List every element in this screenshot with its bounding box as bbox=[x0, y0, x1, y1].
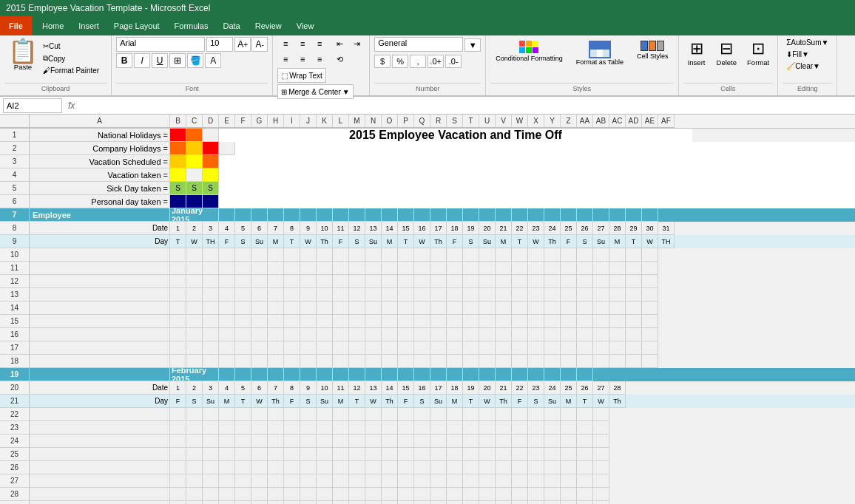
col-header-R[interactable]: R bbox=[430, 115, 447, 128]
currency-button[interactable]: $ bbox=[374, 55, 391, 68]
col-header-Q[interactable]: Q bbox=[414, 115, 430, 128]
wrap-text-button[interactable]: ⬚ Wrap Text bbox=[277, 68, 326, 83]
percent-button[interactable]: % bbox=[392, 55, 408, 68]
col-header-F[interactable]: F bbox=[235, 115, 251, 128]
cell-d6[interactable] bbox=[203, 195, 219, 208]
cell-c5-s[interactable]: S bbox=[186, 182, 203, 195]
cell-c2[interactable] bbox=[186, 142, 203, 155]
cell-b3[interactable] bbox=[170, 155, 186, 168]
italic-button[interactable]: I bbox=[134, 53, 150, 68]
cell-c4[interactable] bbox=[186, 168, 203, 182]
col-header-L[interactable]: L bbox=[333, 115, 349, 128]
cell-c6[interactable] bbox=[186, 195, 203, 208]
cell-day-label-feb[interactable]: Day bbox=[30, 395, 170, 408]
format-as-table-button[interactable]: Format as Table bbox=[571, 37, 629, 69]
cell-d2[interactable] bbox=[203, 142, 219, 155]
col-header-T[interactable]: T bbox=[463, 115, 479, 128]
col-header-H[interactable]: H bbox=[268, 115, 284, 128]
autosum-button[interactable]: Σ AutoSum ▼ bbox=[783, 37, 832, 48]
delete-button[interactable]: ⊟ Delete bbox=[713, 37, 740, 69]
cell-d5-s[interactable]: S bbox=[203, 182, 219, 195]
cell-d4[interactable] bbox=[203, 168, 219, 182]
rotate-text-button[interactable]: ⟲ bbox=[331, 52, 348, 66]
cell-a12[interactable] bbox=[30, 275, 170, 288]
col-header-A[interactable]: A bbox=[30, 115, 170, 128]
font-size-selector[interactable]: 10 bbox=[206, 37, 233, 52]
col-header-AF[interactable]: AF bbox=[658, 115, 675, 128]
cell-employee-label-feb[interactable] bbox=[30, 368, 170, 381]
cell-styles-button[interactable]: Cell Styles bbox=[632, 37, 674, 64]
cell-day-label[interactable]: Day bbox=[30, 235, 170, 248]
number-format-selector[interactable]: General bbox=[374, 37, 463, 52]
align-top-left-button[interactable]: ≡ bbox=[277, 37, 294, 50]
col-header-V[interactable]: V bbox=[496, 115, 512, 128]
cell-b2[interactable] bbox=[170, 142, 186, 155]
format-button[interactable]: ⊡ Format bbox=[743, 37, 773, 69]
cell-b6[interactable] bbox=[170, 195, 186, 208]
align-left-button[interactable]: ≡ bbox=[277, 52, 294, 66]
increase-decimal-button[interactable]: .0+ bbox=[428, 55, 444, 68]
col-header-AC[interactable]: AC bbox=[609, 115, 626, 128]
col-header-J[interactable]: J bbox=[300, 115, 317, 128]
cell-d3[interactable] bbox=[203, 155, 219, 168]
copy-button[interactable]: ⧉ Copy bbox=[39, 52, 103, 64]
formula-input[interactable] bbox=[81, 101, 852, 111]
cell-d1[interactable] bbox=[203, 129, 219, 142]
cut-button[interactable]: ✂ Cut bbox=[39, 41, 103, 52]
col-header-AD[interactable]: AD bbox=[626, 115, 642, 128]
grow-font-button[interactable]: A+ bbox=[234, 37, 251, 52]
cell-date-label-feb[interactable]: Date bbox=[30, 381, 170, 395]
col-header-K[interactable]: K bbox=[317, 115, 333, 128]
menu-data[interactable]: Data bbox=[215, 18, 247, 33]
format-painter-button[interactable]: 🖌 Format Painter bbox=[39, 65, 103, 76]
col-header-AE[interactable]: AE bbox=[642, 115, 658, 128]
decrease-decimal-button[interactable]: .0- bbox=[445, 55, 462, 68]
align-top-center-button[interactable]: ≡ bbox=[294, 37, 311, 50]
cell-a2[interactable]: Company Holidays = bbox=[30, 142, 170, 155]
menu-insert[interactable]: Insert bbox=[71, 18, 107, 33]
cell-date-label[interactable]: Date bbox=[30, 222, 170, 235]
cell-reference[interactable]: AI2 bbox=[3, 98, 62, 113]
menu-page-layout[interactable]: Page Layout bbox=[107, 18, 167, 33]
cell-b5-s[interactable]: S bbox=[170, 182, 186, 195]
col-header-AA[interactable]: AA bbox=[577, 115, 593, 128]
col-header-C[interactable]: C bbox=[186, 115, 203, 128]
font-color-button[interactable]: A bbox=[205, 53, 221, 68]
cell-a1[interactable]: National Holidays = bbox=[30, 129, 170, 142]
file-button[interactable]: File bbox=[0, 16, 32, 35]
col-header-Z[interactable]: Z bbox=[561, 115, 577, 128]
shrink-font-button[interactable]: A- bbox=[251, 37, 268, 52]
cell-a10[interactable] bbox=[30, 248, 170, 262]
underline-button[interactable]: U bbox=[152, 53, 168, 68]
col-header-AB[interactable]: AB bbox=[593, 115, 609, 128]
cell-e2[interactable] bbox=[219, 142, 235, 155]
clear-button[interactable]: 🧹 Clear ▼ bbox=[783, 61, 824, 72]
cell-a11[interactable] bbox=[30, 262, 170, 275]
col-header-D[interactable]: D bbox=[203, 115, 219, 128]
menu-review[interactable]: Review bbox=[248, 18, 289, 33]
col-header-P[interactable]: P bbox=[398, 115, 414, 128]
cell-employee-label[interactable]: Employee bbox=[30, 208, 170, 222]
paste-button[interactable]: 📋 Paste ✂ Cut ⧉ Copy 🖌 bbox=[4, 37, 107, 78]
cell-a3[interactable]: Vacation Scheduled = bbox=[30, 155, 170, 168]
cell-b4[interactable] bbox=[170, 168, 186, 182]
merge-center-button[interactable]: ⊞ Merge & Center ▼ bbox=[277, 84, 354, 99]
fill-color-button[interactable]: 🪣 bbox=[187, 53, 203, 68]
align-top-right-button[interactable]: ≡ bbox=[311, 37, 328, 50]
menu-formulas[interactable]: Formulas bbox=[167, 18, 216, 33]
col-header-E[interactable]: E bbox=[219, 115, 235, 128]
border-button[interactable]: ⊞ bbox=[169, 53, 186, 68]
col-header-I[interactable]: I bbox=[284, 115, 300, 128]
col-header-X[interactable]: X bbox=[528, 115, 544, 128]
number-format-expand[interactable]: ▼ bbox=[464, 38, 481, 52]
menu-view[interactable]: View bbox=[289, 18, 322, 33]
cell-b1[interactable] bbox=[170, 129, 186, 142]
cell-january-label[interactable]: January 2015 bbox=[170, 208, 219, 222]
col-header-O[interactable]: O bbox=[382, 115, 398, 128]
align-right-button[interactable]: ≡ bbox=[311, 52, 328, 66]
menu-home[interactable]: Home bbox=[35, 18, 71, 33]
cell-e1-title[interactable]: 2015 Employee Vacation and Time Off bbox=[219, 129, 692, 142]
fill-button[interactable]: ⬇ Fill ▼ bbox=[783, 49, 813, 60]
cell-c3[interactable] bbox=[186, 155, 203, 168]
cell-a6[interactable]: Personal day taken = bbox=[30, 195, 170, 208]
